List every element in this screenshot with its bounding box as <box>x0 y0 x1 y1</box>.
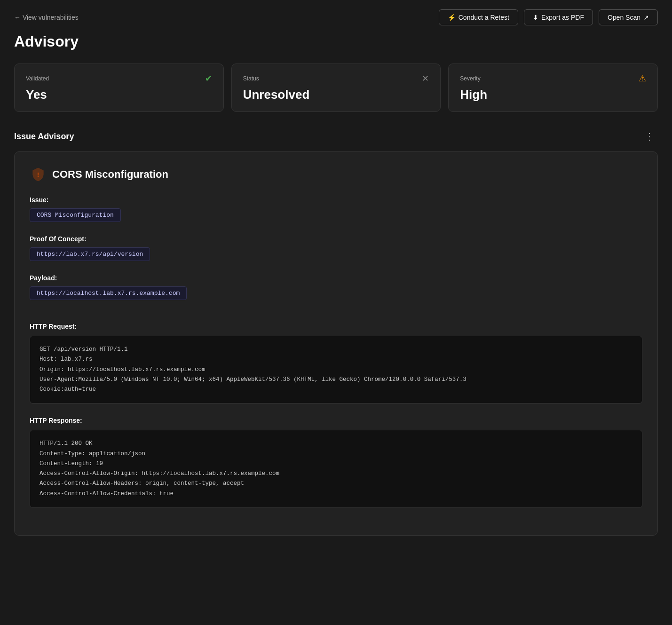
validated-icon: ✔ <box>205 73 212 84</box>
http-request-content: GET /api/version HTTP/1.1 Host: lab.x7.r… <box>30 336 642 403</box>
severity-value: High <box>460 87 646 102</box>
http-response-section: HTTP Response: HTTP/1.1 200 OK Content-T… <box>30 417 642 508</box>
retest-icon: ⚡ <box>448 14 456 21</box>
poc-section: Proof Of Concept: https://lab.x7.rs/api/… <box>30 235 642 261</box>
retest-button[interactable]: ⚡ Conduct a Retest <box>439 9 518 25</box>
export-icon: ⬇ <box>533 14 538 21</box>
http-response-content: HTTP/1.1 200 OK Content-Type: applicatio… <box>30 430 642 508</box>
validated-label: Validated ✔ <box>26 73 212 84</box>
cards-row: Validated ✔ Yes Status ✕ Unresolved Seve… <box>14 63 658 112</box>
severity-card: Severity ⚠ High <box>448 63 658 112</box>
http-request-section: HTTP Request: GET /api/version HTTP/1.1 … <box>30 323 642 403</box>
severity-icon: ⚠ <box>639 73 646 84</box>
page-title: Advisory <box>14 33 658 50</box>
shield-icon: ! <box>30 166 47 183</box>
status-label: Status ✕ <box>243 73 429 84</box>
issue-section: Issue: CORS Misconfiguration <box>30 196 642 222</box>
issue-label: Issue: <box>30 196 642 204</box>
payload-section: Payload: https://localhost.lab.x7.rs.exa… <box>30 274 642 300</box>
more-options-button[interactable]: ⋮ <box>641 129 658 144</box>
severity-label: Severity ⚠ <box>460 73 646 84</box>
poc-value: https://lab.x7.rs/api/version <box>30 247 150 261</box>
payload-value: https://localhost.lab.x7.rs.example.com <box>30 286 187 300</box>
retest-label: Conduct a Retest <box>459 14 509 21</box>
open-scan-icon: ↗ <box>643 14 649 21</box>
http-response-label: HTTP Response: <box>30 417 642 424</box>
status-icon: ✕ <box>422 73 429 84</box>
status-value: Unresolved <box>243 87 429 102</box>
top-actions: ⚡ Conduct a Retest ⬇ Export as PDF Open … <box>439 9 658 25</box>
advisory-title-row: ! CORS Misconfiguration <box>30 166 642 183</box>
http-request-label: HTTP Request: <box>30 323 642 330</box>
advisory-panel: ! CORS Misconfiguration Issue: CORS Misc… <box>14 151 658 536</box>
poc-label: Proof Of Concept: <box>30 235 642 243</box>
open-scan-label: Open Scan <box>608 14 640 21</box>
open-scan-button[interactable]: Open Scan ↗ <box>599 9 658 25</box>
issue-advisory-header: Issue Advisory ⋮ <box>14 129 658 144</box>
top-bar: ← View vulnerabilities ⚡ Conduct a Retes… <box>14 9 658 25</box>
payload-label: Payload: <box>30 274 642 282</box>
validated-card: Validated ✔ Yes <box>14 63 224 112</box>
svg-text:!: ! <box>37 172 39 178</box>
export-label: Export as PDF <box>541 14 584 21</box>
issue-value: CORS Misconfiguration <box>30 208 121 222</box>
status-card: Status ✕ Unresolved <box>231 63 441 112</box>
advisory-main-title: CORS Misconfiguration <box>52 168 168 181</box>
issue-advisory-title: Issue Advisory <box>14 132 74 142</box>
back-link[interactable]: ← View vulnerabilities <box>14 14 79 21</box>
export-pdf-button[interactable]: ⬇ Export as PDF <box>524 9 593 25</box>
validated-value: Yes <box>26 87 212 102</box>
